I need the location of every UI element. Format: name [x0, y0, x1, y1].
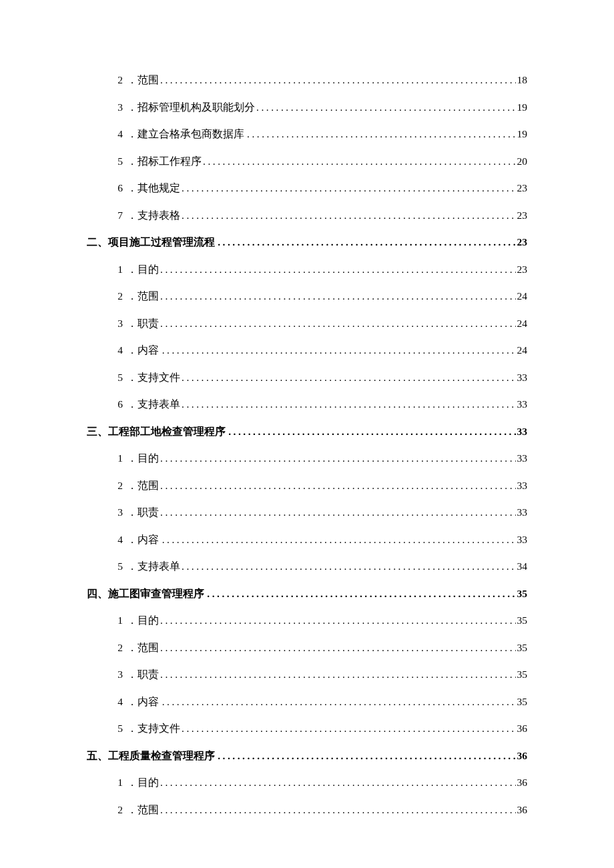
toc-entry-title: 招标工作程序 — [137, 155, 202, 169]
toc-leader-dots — [162, 534, 516, 546]
toc-entry-page: 23 — [517, 182, 528, 194]
toc-entry-title: 其他规定 — [137, 181, 180, 195]
toc-entry-page: 33 — [517, 372, 528, 384]
toc-leader-dots — [218, 236, 515, 248]
toc-entry: 1．目的23 — [87, 263, 527, 277]
toc-entry: 6．其他规定23 — [87, 181, 527, 195]
toc-entry-number: 3 — [113, 101, 127, 113]
toc-entry-number: 3 — [113, 506, 127, 518]
toc-entry-separator: ． — [127, 533, 137, 547]
toc-entry-number: 1 — [113, 452, 127, 464]
toc-leader-dots — [207, 588, 515, 600]
toc-leader-dots — [160, 642, 516, 654]
toc-entry-number: 1 — [113, 614, 127, 626]
toc-entry-title: 招标管理机构及职能划分 — [137, 101, 255, 115]
toc-entry: 二、项目施工过程管理流程23 — [87, 236, 527, 250]
toc-leader-dots — [160, 264, 516, 276]
toc-leader-dots — [182, 209, 516, 222]
toc-leader-dots — [160, 669, 516, 681]
toc-entry-separator: ． — [127, 668, 137, 682]
toc-entry-separator: ． — [127, 641, 137, 655]
toc-entry-number: 2 — [113, 804, 127, 816]
toc-entry-title: 支持文件 — [137, 722, 180, 736]
toc-leader-dots — [247, 128, 516, 140]
toc-entry-page: 36 — [517, 723, 528, 735]
toc-entry-title: 项目施工过程管理流程 — [108, 236, 215, 250]
toc-entry: 4．内容35 — [87, 695, 527, 709]
toc-entry-page: 35 — [517, 642, 528, 654]
toc-entry-number: 五、 — [87, 749, 108, 763]
toc-entry-page: 33 — [517, 398, 528, 410]
toc-entry-number: 4 — [113, 128, 127, 140]
toc-entry: 5．支持文件33 — [87, 371, 527, 385]
toc-entry-title: 支持文件 — [137, 371, 180, 385]
toc-entry-page: 18 — [517, 74, 528, 86]
toc-entry-number: 3 — [113, 669, 127, 681]
toc-entry: 三、工程部工地检查管理程序33 — [87, 425, 527, 439]
toc-entry-separator: ． — [127, 73, 137, 87]
toc-entry-separator: ． — [127, 398, 137, 412]
toc-entry-separator: ． — [127, 155, 137, 169]
toc-entry-title: 工程质量检查管理程序 — [108, 749, 215, 763]
toc-leader-dots — [160, 777, 516, 789]
toc-entry-separator: ． — [127, 317, 137, 331]
toc-entry-title: 建立合格承包商数据库 — [137, 127, 244, 141]
toc-entry: 4．建立合格承包商数据库19 — [87, 127, 527, 141]
toc-leader-dots — [160, 506, 516, 518]
toc-entry-page: 33 — [517, 480, 528, 492]
toc-entry-number: 1 — [113, 264, 127, 276]
toc-entry-title: 职责 — [137, 506, 159, 520]
toc-leader-dots — [160, 74, 516, 86]
toc-entry: 五、工程质量检查管理程序36 — [87, 749, 527, 763]
toc-entry-title: 内容 — [137, 344, 159, 358]
toc-entry-number: 三、 — [87, 425, 108, 439]
toc-entry-page: 35 — [517, 614, 528, 626]
toc-entry-title: 目的 — [137, 452, 159, 466]
toc-entry-title: 施工图审查管理程序 — [108, 587, 204, 601]
toc-entry-separator: ． — [127, 452, 137, 466]
toc-entry-separator: ． — [127, 290, 137, 304]
toc-entry-separator: ． — [127, 506, 137, 520]
toc-entry-page: 35 — [517, 696, 528, 708]
toc-entry-number: 7 — [113, 209, 127, 222]
toc-entry: 1．目的35 — [87, 614, 527, 628]
toc-entry-page: 19 — [517, 101, 528, 113]
toc-entry-number: 4 — [113, 534, 127, 546]
toc-leader-dots — [218, 750, 515, 762]
toc-entry-number: 2 — [113, 74, 127, 86]
toc-entry-page: 19 — [517, 128, 528, 140]
toc-entry: 2．范围36 — [87, 803, 527, 817]
toc-entry: 2．范围24 — [87, 290, 527, 304]
toc-entry-number: 4 — [113, 344, 127, 356]
toc-entry-separator: ． — [127, 803, 137, 817]
toc-entry-page: 20 — [517, 155, 528, 167]
toc-entry-title: 目的 — [137, 263, 159, 277]
toc-leader-dots — [160, 614, 516, 626]
toc-leader-dots — [182, 398, 516, 410]
toc-entry-page: 34 — [517, 560, 528, 572]
toc-entry-title: 支持表格 — [137, 209, 180, 223]
toc-entry-number: 1 — [113, 777, 127, 789]
toc-page: 2．范围183．招标管理机构及职能划分194．建立合格承包商数据库195．招标工… — [0, 0, 614, 868]
toc-entry-separator: ． — [127, 695, 137, 709]
toc-entry-number: 四、 — [87, 587, 108, 601]
toc-entry-page: 23 — [517, 236, 528, 248]
toc-entry: 4．内容24 — [87, 344, 527, 358]
toc-entry-separator: ． — [127, 614, 137, 628]
toc-entry: 3．招标管理机构及职能划分19 — [87, 101, 527, 115]
toc-entry: 1．目的36 — [87, 776, 527, 790]
toc-entry-separator: ． — [127, 209, 137, 223]
toc-entry-number: 5 — [113, 155, 127, 167]
toc-entry: 3．职责33 — [87, 506, 527, 520]
toc-entry-separator: ． — [127, 127, 137, 141]
toc-entry-title: 范围 — [137, 803, 159, 817]
toc-entry: 1．目的33 — [87, 452, 527, 466]
toc-entry: 四、施工图审查管理程序35 — [87, 587, 527, 601]
toc-entry-separator: ． — [127, 263, 137, 277]
toc-leader-dots — [160, 452, 516, 464]
toc-entry-title: 支持表单 — [137, 560, 180, 574]
toc-leader-dots — [182, 560, 516, 572]
toc-entry-page: 33 — [517, 452, 528, 464]
toc-leader-dots — [160, 480, 516, 492]
toc-entry-page: 33 — [517, 534, 528, 546]
